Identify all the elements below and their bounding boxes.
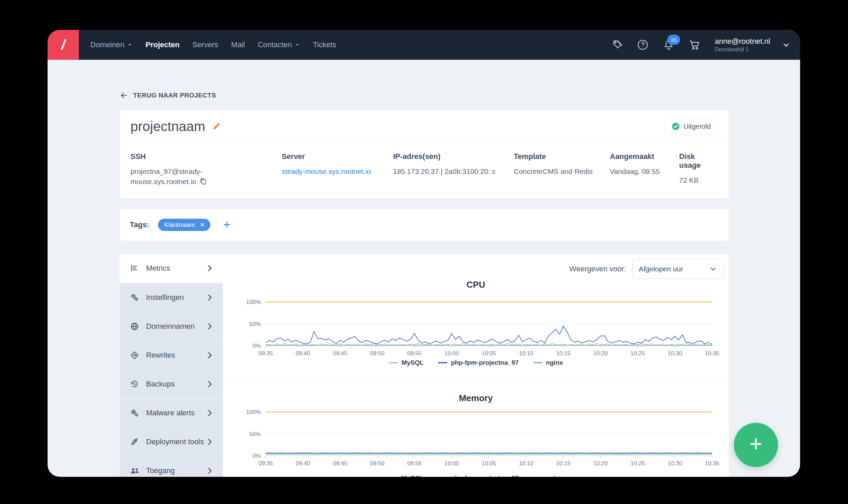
copy-icon[interactable] bbox=[199, 177, 207, 185]
nav-item-mail[interactable]: Mail bbox=[231, 40, 245, 49]
info-value: 72 KB bbox=[679, 175, 718, 185]
user-email: anne@rootnet.nl bbox=[715, 37, 770, 46]
user-chevron-down-icon[interactable] bbox=[781, 40, 791, 50]
svg-text:09:40: 09:40 bbox=[296, 350, 310, 357]
users-icon bbox=[130, 466, 140, 476]
sidebar-item-label: Domeinnamen bbox=[146, 322, 205, 331]
sidebar-item-label: Rewrites bbox=[146, 351, 205, 360]
check-circle-icon bbox=[671, 122, 680, 131]
brand-logo[interactable]: / bbox=[48, 30, 79, 60]
svg-text:10:00: 10:00 bbox=[444, 350, 459, 357]
legend-item-nginx: nginx bbox=[533, 474, 563, 477]
svg-text:09:35: 09:35 bbox=[259, 460, 273, 467]
info-value: 185.173.20.37 | 2a0b:3100:20::c bbox=[393, 166, 514, 177]
sidebar-item-backups[interactable]: Backups bbox=[120, 370, 223, 398]
legend-label: php-fpm-projectna_97 bbox=[451, 359, 519, 366]
sidebar-item-malware-alerts[interactable]: Malware alerts bbox=[120, 399, 223, 427]
time-range-value: Afgelopen uur bbox=[639, 265, 683, 273]
sidebar-item-label: Instellingen bbox=[146, 293, 205, 302]
svg-text:10:05: 10:05 bbox=[482, 350, 496, 357]
info-label: SSH bbox=[130, 152, 282, 161]
time-range-label: Weergeven voor: bbox=[569, 265, 626, 273]
status-badge: Uitgerold bbox=[664, 118, 718, 134]
add-project-fab[interactable]: + bbox=[734, 423, 778, 467]
gears-icon bbox=[130, 293, 140, 302]
svg-text:10:10: 10:10 bbox=[519, 350, 533, 357]
sidebar-item-toegang[interactable]: Toegang bbox=[120, 457, 223, 477]
svg-text:10:35: 10:35 bbox=[705, 460, 720, 467]
svg-text:10:10: 10:10 bbox=[519, 460, 533, 467]
user-menu[interactable]: anne@rootnet.nl Demobedrijf 1 bbox=[715, 37, 770, 53]
sidebar-item-metrics[interactable]: Metrics bbox=[120, 254, 223, 283]
memory-chart-title: Memory bbox=[223, 393, 729, 403]
legend-label: nginx bbox=[546, 359, 563, 366]
charts-divider bbox=[228, 379, 724, 380]
sidebar-item-label: Metrics bbox=[146, 264, 205, 273]
nav-item-tickets[interactable]: Tickets bbox=[313, 40, 336, 49]
cart-icon[interactable] bbox=[688, 38, 701, 51]
sidebar-item-rewrites[interactable]: Rewrites bbox=[120, 341, 223, 370]
svg-text:09:55: 09:55 bbox=[407, 350, 422, 357]
nav-item-servers[interactable]: Servers bbox=[193, 40, 218, 49]
cpu-chart-legend: MySQLphp-fpm-projectna_97nginx bbox=[223, 359, 729, 366]
help-icon[interactable] bbox=[637, 39, 649, 51]
caret-down-icon bbox=[127, 42, 132, 48]
info-label: Aangemaakt bbox=[610, 152, 679, 161]
info-value: Vandaag, 08:55 bbox=[610, 166, 679, 177]
tag-label: Klantnaam bbox=[164, 221, 195, 229]
nav-item-contacten[interactable]: Contacten bbox=[258, 40, 300, 49]
nav-item-label: Contacten bbox=[258, 40, 292, 49]
sidebar-item-deployment-tools[interactable]: Deployment tools bbox=[120, 428, 223, 456]
project-header-card: projectnaam Uitgerold SSHprojectna_97@s bbox=[120, 110, 729, 199]
history-icon bbox=[130, 379, 140, 389]
info-value: projectna_97@steady-mouse.sys.rootnet.io bbox=[130, 166, 234, 187]
chevron-right-icon bbox=[205, 293, 214, 302]
tags-icon[interactable] bbox=[612, 39, 623, 51]
metrics-section: MetricsInstellingenDomeinnamenRewritesBa… bbox=[120, 254, 729, 477]
sidebar-item-instellingen[interactable]: Instellingen bbox=[120, 284, 223, 312]
info-col-disk-usage: Disk usage72 KB bbox=[679, 152, 718, 187]
tag-pill[interactable]: Klantnaam✕ bbox=[158, 219, 210, 231]
svg-text:10:15: 10:15 bbox=[556, 460, 571, 467]
sidebar-item-label: Backups bbox=[146, 380, 205, 389]
svg-text:09:45: 09:45 bbox=[333, 460, 348, 467]
info-col-template: TemplateConcreteCMS and Redis bbox=[514, 152, 610, 187]
svg-text:09:50: 09:50 bbox=[370, 350, 385, 357]
tag-list: Klantnaam✕ bbox=[149, 219, 210, 231]
add-tag-button[interactable]: + bbox=[223, 219, 230, 231]
series-php-fpm-projectna_97 bbox=[266, 326, 712, 344]
chevron-right-icon bbox=[205, 437, 214, 446]
svg-text:10:35: 10:35 bbox=[705, 350, 720, 357]
svg-text:100%: 100% bbox=[246, 299, 261, 305]
nav-item-domeinen[interactable]: Domeinen bbox=[90, 40, 132, 49]
time-range-controls: Weergeven voor: Afgelopen uur bbox=[569, 259, 724, 279]
svg-text:10:20: 10:20 bbox=[593, 460, 608, 467]
info-value[interactable]: steady-mouse.sys.rootnet.io bbox=[282, 166, 393, 177]
time-range-select[interactable]: Afgelopen uur bbox=[632, 259, 724, 279]
nav-item-label: Servers bbox=[193, 40, 218, 49]
bell-icon[interactable]: 25 bbox=[662, 39, 675, 51]
sidebar-item-domeinnamen[interactable]: Domeinnamen bbox=[120, 312, 223, 341]
project-title-row: projectnaam Uitgerold bbox=[120, 110, 729, 143]
svg-text:10:20: 10:20 bbox=[593, 350, 608, 357]
page-content: TERUG NAAR PROJECTS projectnaam bbox=[48, 60, 800, 477]
back-link[interactable]: TERUG NAAR PROJECTS bbox=[120, 91, 216, 100]
svg-text:09:45: 09:45 bbox=[333, 350, 348, 357]
edit-pencil-icon[interactable] bbox=[211, 121, 222, 131]
info-value: ConcreteCMS and Redis bbox=[514, 166, 610, 177]
svg-text:10:25: 10:25 bbox=[631, 350, 645, 357]
sidebar-item-label: Malware alerts bbox=[146, 409, 205, 417]
svg-text:50%: 50% bbox=[249, 321, 261, 327]
legend-label: php-fpm-projectna_97 bbox=[451, 474, 519, 477]
chevron-right-icon bbox=[205, 351, 214, 360]
svg-text:09:50: 09:50 bbox=[370, 460, 385, 467]
info-label: IP-adres(sen) bbox=[393, 152, 514, 161]
nav-item-projecten[interactable]: Projecten bbox=[145, 40, 179, 49]
remove-tag-icon[interactable]: ✕ bbox=[200, 221, 205, 229]
nav-item-label: Mail bbox=[231, 40, 245, 49]
globe-icon bbox=[130, 322, 140, 331]
svg-text:10:15: 10:15 bbox=[556, 350, 571, 357]
navbar: / DomeinenProjectenServersMailContactenT… bbox=[48, 30, 800, 60]
legend-item-mysql: MySQL bbox=[389, 359, 424, 366]
legend-item-php-fpm-projectna_97: php-fpm-projectna_97 bbox=[438, 474, 519, 477]
